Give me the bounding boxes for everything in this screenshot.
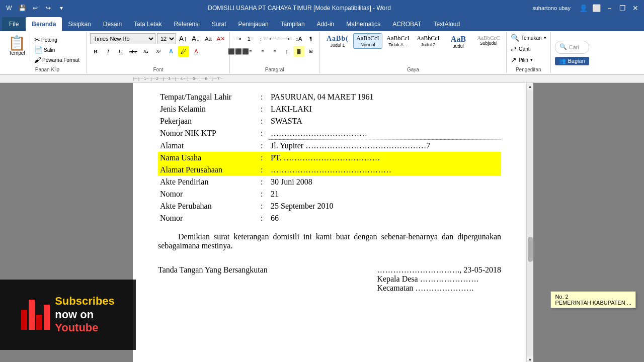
grow-font-button[interactable]: A↑ [178, 33, 189, 44]
style-group-label: Gaya [320, 67, 506, 72]
find-button[interactable]: 🔍 Temukan ▾ [510, 33, 547, 42]
field-label: Pekerjaan [158, 115, 259, 127]
cut-button[interactable]: ✂ Potong [33, 35, 80, 44]
account-icon[interactable]: 👤 [579, 4, 588, 13]
field-value: 25 September 2010 [269, 200, 501, 212]
tab-referensi[interactable]: Referensi [168, 17, 205, 31]
bar-3 [36, 315, 42, 330]
bar-1 [21, 310, 27, 330]
bar-4 [44, 305, 50, 330]
save-icon[interactable]: 💾 [17, 3, 27, 13]
font-color-button[interactable]: A [191, 46, 202, 57]
field-value: 21 [269, 188, 501, 200]
font-name-select[interactable]: Times New Ro [90, 33, 155, 44]
tab-surat[interactable]: Surat [206, 17, 232, 31]
strikethrough-button[interactable]: abc [128, 46, 139, 57]
underline-button[interactable]: U [115, 46, 126, 57]
copy-button[interactable]: 📄 Salin [33, 45, 80, 54]
align-right-button[interactable]: ≡ [257, 46, 268, 57]
field-value: 30 Juni 2008 [269, 176, 501, 188]
close-button[interactable]: ✕ [631, 4, 640, 13]
redo-icon[interactable]: ↪ [43, 3, 53, 13]
multilevel-button[interactable]: ⋮≡ [257, 33, 268, 44]
share-icon: 👥 [559, 58, 566, 64]
field-label-highlighted: Alamat Perusahaan [158, 164, 259, 176]
replace-button[interactable]: ⇄ Ganti [510, 44, 532, 53]
scroll-down-button[interactable]: ▼ [527, 356, 533, 362]
pilcrow-button[interactable]: ¶ [305, 33, 316, 44]
justify-button[interactable]: ≡ [269, 46, 280, 57]
sort-button[interactable]: ↕A [293, 33, 304, 44]
tab-peninjauan[interactable]: Peninjauan [232, 17, 275, 31]
paste-label: Tempel [9, 50, 25, 56]
field-label-highlighted: Nama Usaha [158, 152, 259, 164]
align-center-button[interactable]: ≡ [245, 46, 256, 57]
editing-group: 🔍 Temukan ▾ ⇄ Ganti ↗ Pilih ▾ Pengeditan [507, 32, 551, 73]
text-effect-button[interactable]: A [166, 46, 177, 57]
change-case-button[interactable]: Aa [203, 33, 214, 44]
shading-button[interactable]: ▓ [293, 46, 304, 57]
style-tidak-ada[interactable]: AaBbCcI Tidak A... [383, 33, 413, 49]
field-colon: : [259, 91, 269, 103]
paste-button[interactable]: 📋 Tempel [7, 35, 27, 61]
style-judul1[interactable]: AaBb( Judul 1 [323, 33, 352, 49]
youtube-text: Subscribes now on Youtube [55, 295, 115, 334]
signature-section: Tanda Tangan Yang Bersangkutan ………………………… [158, 265, 501, 293]
select-button[interactable]: ↗ Pilih ▾ [510, 55, 534, 64]
borders-button[interactable]: ⊞ [305, 46, 316, 57]
style-judul[interactable]: AaB Judul [444, 33, 473, 50]
tab-file[interactable]: File [2, 17, 26, 31]
format-painter-button[interactable]: 🖌 Pewarna Format [33, 55, 80, 64]
ribbon: File Beranda Sisipkan Desain Tata Letak … [0, 16, 644, 75]
scroll-track[interactable] [527, 90, 533, 356]
bullets-button[interactable]: ≡• [233, 33, 244, 44]
style-subjudul[interactable]: AaBbCcC Subjudul [474, 33, 503, 47]
tab-desain[interactable]: Desain [97, 17, 128, 31]
decrease-indent-button[interactable]: ⟵≡ [269, 33, 280, 44]
tab-textaloud[interactable]: TextAloud [427, 17, 466, 31]
increase-indent-button[interactable]: ⟶≡ [281, 33, 292, 44]
highlight-button[interactable]: 🖊 [178, 46, 189, 57]
tab-acrobat[interactable]: ACROBAT [386, 17, 427, 31]
minimize-button[interactable]: − [605, 4, 614, 13]
superscript-button[interactable]: X² [153, 46, 164, 57]
scrollbar-vertical[interactable]: ▲ ▼ [526, 83, 533, 362]
tab-mathematics[interactable]: Mathematics [340, 17, 386, 31]
customize-icon[interactable]: ▾ [56, 3, 66, 13]
share-icon[interactable]: ⬜ [592, 4, 601, 13]
ruler: |····|····1····|····2····|····3····|····… [0, 75, 644, 83]
line-spacing-button[interactable]: ↕ [281, 46, 292, 57]
tab-addin[interactable]: Add-in [311, 17, 341, 31]
scroll-thumb[interactable] [528, 237, 533, 262]
style-normal[interactable]: AaBbCcI Normal [353, 33, 382, 49]
style-group: AaBb( Judul 1 AaBbCcI Normal AaBbCcI Tid… [320, 32, 507, 73]
tab-sisipkan[interactable]: Sisipkan [62, 17, 97, 31]
tab-tata-letak[interactable]: Tata Letak [128, 17, 168, 31]
table-row: Alamat Perusahaan : ……………………………………… [158, 164, 501, 176]
bold-button[interactable]: B [90, 46, 101, 57]
clipboard-label: Papan Klip [5, 67, 90, 72]
style-judul2[interactable]: AaBbCcI Judul 2 [414, 33, 443, 49]
search-bar[interactable]: 🔍 Cari [555, 41, 589, 54]
shrink-font-button[interactable]: A↓ [190, 33, 201, 44]
tab-tampilan[interactable]: Tampilan [275, 17, 311, 31]
share-button[interactable]: 👥 Bagian [555, 57, 589, 65]
cut-label: Potong [41, 37, 57, 43]
restore-button[interactable]: ❐ [618, 4, 627, 13]
date-signature: …………………………., 23-05-2018 Kepala Desa …………… [377, 265, 501, 293]
scroll-up-button[interactable]: ▲ [527, 83, 533, 90]
kecamatan: Kecamatan …………………. [377, 284, 501, 293]
field-colon: : [259, 164, 269, 176]
italic-button[interactable]: I [103, 46, 114, 57]
numbering-button[interactable]: 1≡ [245, 33, 256, 44]
undo-icon[interactable]: ↩ [30, 3, 40, 13]
align-left-button[interactable]: ⬛⬛⬛ [233, 46, 244, 57]
search-placeholder: Cari [569, 44, 579, 50]
subscript-button[interactable]: X₂ [140, 46, 151, 57]
clear-format-button[interactable]: A✕ [215, 33, 226, 44]
font-group-label: Font [87, 67, 229, 72]
tab-beranda[interactable]: Beranda [26, 17, 62, 31]
clipboard-group: 📋 Tempel ✂ Potong 📄 Salin 🖌 P [2, 32, 87, 73]
font-size-select[interactable]: 12 [157, 33, 176, 44]
document-page[interactable]: Tempat/Tanggal Lahir : PASURUAN, 04 MARE… [133, 83, 526, 362]
